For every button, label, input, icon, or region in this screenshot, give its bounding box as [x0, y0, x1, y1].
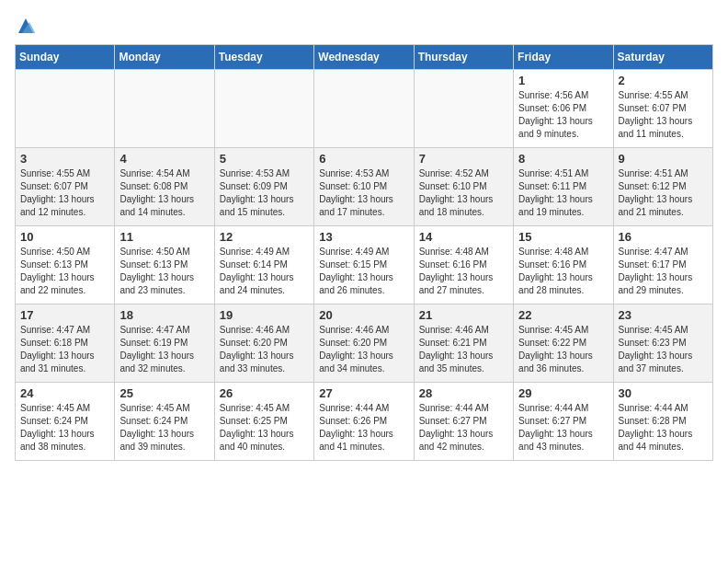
day-cell: 7Sunrise: 4:52 AM Sunset: 6:10 PM Daylig… — [414, 148, 513, 226]
day-number: 2 — [619, 74, 708, 87]
day-cell — [16, 70, 115, 148]
day-detail: Sunrise: 4:47 AM Sunset: 6:18 PM Dayligh… — [20, 324, 109, 375]
day-number: 4 — [119, 152, 209, 166]
day-detail: Sunrise: 4:47 AM Sunset: 6:19 PM Dayligh… — [119, 324, 209, 375]
column-header-friday: Friday — [514, 45, 613, 70]
day-cell: 25Sunrise: 4:45 AM Sunset: 6:24 PM Dayli… — [115, 383, 214, 461]
day-detail: Sunrise: 4:55 AM Sunset: 6:07 PM Dayligh… — [20, 167, 109, 219]
day-cell: 17Sunrise: 4:47 AM Sunset: 6:18 PM Dayli… — [16, 304, 115, 383]
day-number: 11 — [119, 230, 209, 244]
day-number: 30 — [619, 386, 708, 400]
day-cell: 9Sunrise: 4:51 AM Sunset: 6:12 PM Daylig… — [613, 148, 712, 226]
week-row-2: 3Sunrise: 4:55 AM Sunset: 6:07 PM Daylig… — [16, 148, 713, 226]
week-row-5: 24Sunrise: 4:45 AM Sunset: 6:24 PM Dayli… — [16, 383, 713, 461]
day-cell: 18Sunrise: 4:47 AM Sunset: 6:19 PM Dayli… — [115, 304, 214, 383]
day-detail: Sunrise: 4:48 AM Sunset: 6:16 PM Dayligh… — [419, 246, 508, 297]
day-number: 3 — [20, 152, 109, 166]
day-cell — [314, 70, 414, 148]
day-detail: Sunrise: 4:52 AM Sunset: 6:10 PM Dayligh… — [419, 167, 508, 219]
day-cell: 6Sunrise: 4:53 AM Sunset: 6:10 PM Daylig… — [314, 148, 414, 226]
day-detail: Sunrise: 4:46 AM Sunset: 6:20 PM Dayligh… — [220, 324, 309, 375]
day-detail: Sunrise: 4:44 AM Sunset: 6:28 PM Dayligh… — [619, 402, 708, 454]
day-detail: Sunrise: 4:48 AM Sunset: 6:16 PM Dayligh… — [518, 246, 608, 297]
day-detail: Sunrise: 4:44 AM Sunset: 6:27 PM Dayligh… — [419, 402, 508, 454]
day-detail: Sunrise: 4:50 AM Sunset: 6:13 PM Dayligh… — [119, 246, 209, 297]
day-number: 13 — [319, 230, 408, 244]
column-header-thursday: Thursday — [414, 45, 513, 70]
day-cell: 26Sunrise: 4:45 AM Sunset: 6:25 PM Dayli… — [214, 383, 313, 461]
day-cell: 19Sunrise: 4:46 AM Sunset: 6:20 PM Dayli… — [214, 304, 313, 383]
day-detail: Sunrise: 4:53 AM Sunset: 6:09 PM Dayligh… — [220, 167, 309, 219]
day-number: 16 — [619, 230, 708, 244]
day-cell: 30Sunrise: 4:44 AM Sunset: 6:28 PM Dayli… — [613, 383, 712, 461]
day-number: 28 — [419, 386, 508, 400]
page-header — [15, 15, 713, 37]
day-detail: Sunrise: 4:49 AM Sunset: 6:14 PM Dayligh… — [220, 246, 309, 297]
day-cell: 1Sunrise: 4:56 AM Sunset: 6:06 PM Daylig… — [514, 70, 613, 148]
day-cell: 29Sunrise: 4:44 AM Sunset: 6:27 PM Dayli… — [514, 383, 613, 461]
day-detail: Sunrise: 4:45 AM Sunset: 6:24 PM Dayligh… — [20, 402, 109, 454]
day-cell: 20Sunrise: 4:46 AM Sunset: 6:20 PM Dayli… — [314, 304, 414, 383]
day-cell: 8Sunrise: 4:51 AM Sunset: 6:11 PM Daylig… — [514, 148, 613, 226]
day-cell: 27Sunrise: 4:44 AM Sunset: 6:26 PM Dayli… — [314, 383, 414, 461]
day-number: 27 — [319, 386, 408, 400]
day-number: 21 — [419, 308, 508, 322]
day-cell: 13Sunrise: 4:49 AM Sunset: 6:15 PM Dayli… — [314, 226, 414, 304]
day-cell: 5Sunrise: 4:53 AM Sunset: 6:09 PM Daylig… — [214, 148, 313, 226]
day-detail: Sunrise: 4:46 AM Sunset: 6:20 PM Dayligh… — [319, 324, 408, 375]
column-header-sunday: Sunday — [16, 45, 115, 70]
day-number: 17 — [20, 308, 109, 322]
day-number: 29 — [518, 386, 608, 400]
day-cell: 3Sunrise: 4:55 AM Sunset: 6:07 PM Daylig… — [16, 148, 115, 226]
day-cell — [214, 70, 313, 148]
logo — [15, 15, 40, 37]
day-cell: 24Sunrise: 4:45 AM Sunset: 6:24 PM Dayli… — [16, 383, 115, 461]
day-number: 1 — [518, 74, 608, 87]
day-number: 23 — [619, 308, 708, 322]
day-number: 18 — [119, 308, 209, 322]
day-detail: Sunrise: 4:44 AM Sunset: 6:27 PM Dayligh… — [518, 402, 608, 454]
day-number: 14 — [419, 230, 508, 244]
day-number: 26 — [220, 386, 309, 400]
logo-icon — [15, 15, 37, 37]
day-detail: Sunrise: 4:45 AM Sunset: 6:23 PM Dayligh… — [619, 324, 708, 375]
day-number: 5 — [220, 152, 309, 166]
day-cell: 15Sunrise: 4:48 AM Sunset: 6:16 PM Dayli… — [514, 226, 613, 304]
day-detail: Sunrise: 4:45 AM Sunset: 6:22 PM Dayligh… — [518, 324, 608, 375]
day-number: 24 — [20, 386, 109, 400]
day-cell: 22Sunrise: 4:45 AM Sunset: 6:22 PM Dayli… — [514, 304, 613, 383]
day-number: 22 — [518, 308, 608, 322]
day-number: 10 — [20, 230, 109, 244]
calendar-table: SundayMondayTuesdayWednesdayThursdayFrid… — [15, 44, 713, 461]
day-cell: 28Sunrise: 4:44 AM Sunset: 6:27 PM Dayli… — [414, 383, 513, 461]
day-detail: Sunrise: 4:55 AM Sunset: 6:07 PM Dayligh… — [619, 89, 708, 141]
day-detail: Sunrise: 4:45 AM Sunset: 6:25 PM Dayligh… — [220, 402, 309, 454]
day-number: 12 — [220, 230, 309, 244]
day-detail: Sunrise: 4:56 AM Sunset: 6:06 PM Dayligh… — [518, 89, 608, 141]
week-row-1: 1Sunrise: 4:56 AM Sunset: 6:06 PM Daylig… — [16, 70, 713, 148]
day-cell: 16Sunrise: 4:47 AM Sunset: 6:17 PM Dayli… — [613, 226, 712, 304]
calendar-header-row: SundayMondayTuesdayWednesdayThursdayFrid… — [16, 45, 713, 70]
day-detail: Sunrise: 4:51 AM Sunset: 6:11 PM Dayligh… — [518, 167, 608, 219]
day-cell: 10Sunrise: 4:50 AM Sunset: 6:13 PM Dayli… — [16, 226, 115, 304]
day-number: 25 — [119, 386, 209, 400]
day-number: 19 — [220, 308, 309, 322]
day-detail: Sunrise: 4:47 AM Sunset: 6:17 PM Dayligh… — [619, 246, 708, 297]
day-number: 8 — [518, 152, 608, 166]
day-cell: 12Sunrise: 4:49 AM Sunset: 6:14 PM Dayli… — [214, 226, 313, 304]
week-row-4: 17Sunrise: 4:47 AM Sunset: 6:18 PM Dayli… — [16, 304, 713, 383]
column-header-monday: Monday — [115, 45, 214, 70]
day-cell: 4Sunrise: 4:54 AM Sunset: 6:08 PM Daylig… — [115, 148, 214, 226]
column-header-wednesday: Wednesday — [314, 45, 414, 70]
day-number: 20 — [319, 308, 408, 322]
day-cell: 21Sunrise: 4:46 AM Sunset: 6:21 PM Dayli… — [414, 304, 513, 383]
day-detail: Sunrise: 4:46 AM Sunset: 6:21 PM Dayligh… — [419, 324, 508, 375]
day-number: 7 — [419, 152, 508, 166]
column-header-tuesday: Tuesday — [214, 45, 313, 70]
day-detail: Sunrise: 4:49 AM Sunset: 6:15 PM Dayligh… — [319, 246, 408, 297]
day-cell: 2Sunrise: 4:55 AM Sunset: 6:07 PM Daylig… — [613, 70, 712, 148]
day-detail: Sunrise: 4:45 AM Sunset: 6:24 PM Dayligh… — [119, 402, 209, 454]
day-cell — [414, 70, 513, 148]
day-cell: 14Sunrise: 4:48 AM Sunset: 6:16 PM Dayli… — [414, 226, 513, 304]
week-row-3: 10Sunrise: 4:50 AM Sunset: 6:13 PM Dayli… — [16, 226, 713, 304]
